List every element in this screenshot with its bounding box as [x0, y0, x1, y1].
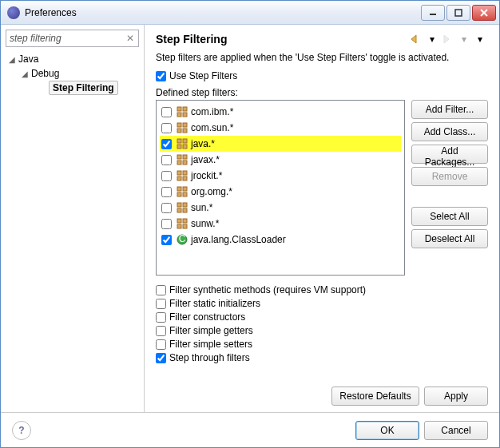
- option-ctors[interactable]: Filter constructors: [156, 311, 488, 323]
- clear-search-icon[interactable]: ✕: [124, 32, 137, 45]
- filter-row[interactable]: org.omg.*: [160, 184, 401, 200]
- option-label: Filter simple getters: [169, 325, 253, 336]
- svg-rect-24: [177, 187, 181, 191]
- deselect-all-button[interactable]: Deselect All: [411, 229, 488, 248]
- svg-rect-27: [183, 192, 187, 196]
- svg-rect-16: [177, 155, 181, 159]
- option-label: Filter synthetic methods (requires VM su…: [169, 284, 366, 295]
- filter-label: javax.*: [191, 154, 220, 165]
- svg-rect-20: [177, 171, 181, 175]
- back-menu-icon[interactable]: ▾: [424, 33, 440, 46]
- expand-icon[interactable]: ◢: [7, 55, 17, 64]
- svg-rect-31: [183, 208, 187, 212]
- svg-rect-28: [177, 203, 181, 207]
- svg-rect-19: [183, 161, 187, 165]
- filter-checkbox[interactable]: [161, 187, 172, 197]
- filter-checkbox[interactable]: [161, 123, 172, 133]
- svg-rect-14: [177, 145, 181, 149]
- svg-rect-8: [177, 123, 181, 127]
- svg-rect-23: [183, 176, 187, 180]
- option-checkbox-through[interactable]: [156, 353, 166, 363]
- package-icon: [177, 170, 188, 181]
- ok-button[interactable]: OK: [355, 421, 419, 440]
- footer: ? OK Cancel: [1, 412, 499, 447]
- filter-checkbox[interactable]: [161, 219, 172, 229]
- svg-rect-11: [183, 129, 187, 133]
- filter-list[interactable]: com.ibm.*com.sun.*java.*javax.*jrockit.*…: [156, 100, 405, 276]
- page-description: Step filters are applied when the 'Use S…: [156, 52, 488, 63]
- cancel-button[interactable]: Cancel: [424, 421, 488, 440]
- filter-search-input[interactable]: [6, 30, 139, 47]
- option-setters[interactable]: Filter simple setters: [156, 339, 488, 350]
- defined-filters-label: Defined step filters:: [156, 87, 488, 98]
- filter-checkbox[interactable]: [161, 203, 172, 213]
- minimize-button[interactable]: [421, 5, 445, 21]
- sidebar: ✕ ◢Java◢DebugStep Filtering: [1, 25, 145, 412]
- option-through[interactable]: Step through filters: [156, 352, 488, 363]
- maximize-button[interactable]: [446, 5, 470, 21]
- option-checkbox-staticinit[interactable]: [156, 299, 166, 309]
- filter-label: java.lang.ClassLoader: [191, 234, 286, 245]
- use-step-filters-label: Use Step Filters: [169, 70, 237, 81]
- option-checkbox-ctors[interactable]: [156, 312, 166, 323]
- svg-rect-34: [177, 224, 181, 228]
- filter-row[interactable]: jrockit.*: [160, 168, 401, 184]
- preferences-tree[interactable]: ◢Java◢DebugStep Filtering: [6, 52, 139, 407]
- extra-options: Filter synthetic methods (requires VM su…: [156, 282, 488, 366]
- filter-label: com.sun.*: [191, 122, 233, 133]
- filter-row[interactable]: Cjava.lang.ClassLoader: [160, 232, 401, 248]
- option-checkbox-setters[interactable]: [156, 339, 166, 350]
- forward-arrow-icon[interactable]: [440, 33, 456, 46]
- svg-rect-22: [177, 176, 181, 180]
- filter-row[interactable]: sun.*: [160, 200, 401, 216]
- tree-item-java[interactable]: ◢Java: [6, 52, 139, 66]
- svg-rect-17: [183, 155, 187, 159]
- filter-checkbox[interactable]: [161, 139, 172, 149]
- filter-row[interactable]: javax.*: [160, 152, 401, 168]
- view-menu-icon[interactable]: ▾: [472, 33, 488, 46]
- titlebar[interactable]: Preferences: [1, 1, 499, 25]
- back-arrow-icon[interactable]: [408, 33, 424, 46]
- filter-row[interactable]: java.*: [160, 136, 401, 152]
- filter-row[interactable]: sunw.*: [160, 216, 401, 232]
- filter-row[interactable]: com.ibm.*: [160, 104, 401, 120]
- svg-rect-32: [177, 219, 181, 223]
- forward-menu-icon[interactable]: ▾: [456, 33, 472, 46]
- option-getters[interactable]: Filter simple getters: [156, 325, 488, 336]
- tree-item-debug[interactable]: ◢Debug: [6, 66, 139, 81]
- option-checkbox-synthetic[interactable]: [156, 285, 166, 295]
- expand-icon[interactable]: ◢: [20, 69, 30, 78]
- filter-checkbox[interactable]: [161, 155, 172, 165]
- option-synthetic[interactable]: Filter synthetic methods (requires VM su…: [156, 284, 488, 295]
- option-staticinit[interactable]: Filter static initializers: [156, 298, 488, 309]
- window-title: Preferences: [25, 7, 77, 18]
- package-icon: [177, 218, 188, 229]
- option-label: Filter static initializers: [169, 298, 260, 309]
- use-step-filters-row[interactable]: Use Step Filters: [156, 70, 488, 81]
- use-step-filters-checkbox[interactable]: [156, 71, 166, 81]
- remove-button[interactable]: Remove: [411, 167, 488, 186]
- option-checkbox-getters[interactable]: [156, 326, 166, 336]
- add-filter-button[interactable]: Add Filter...: [411, 100, 488, 119]
- option-label: Filter constructors: [169, 311, 245, 323]
- filter-label: sun.*: [191, 202, 212, 213]
- select-all-button[interactable]: Select All: [411, 207, 488, 226]
- help-icon[interactable]: ?: [12, 421, 31, 440]
- tree-item-step-filtering[interactable]: Step Filtering: [6, 81, 139, 95]
- filter-label: java.*: [191, 138, 215, 149]
- filter-checkbox[interactable]: [161, 107, 172, 117]
- add-packages-button[interactable]: Add Packages...: [411, 145, 488, 164]
- filter-checkbox[interactable]: [161, 235, 172, 245]
- close-button[interactable]: [472, 5, 496, 21]
- apply-button[interactable]: Apply: [424, 387, 488, 406]
- filter-checkbox[interactable]: [161, 171, 172, 181]
- svg-rect-9: [183, 123, 187, 127]
- tree-item-label: Step Filtering: [49, 81, 118, 95]
- svg-rect-13: [183, 139, 187, 143]
- restore-defaults-button[interactable]: Restore Defaults: [331, 387, 419, 406]
- filter-row[interactable]: com.sun.*: [160, 120, 401, 136]
- option-label: Filter simple setters: [169, 339, 252, 350]
- filter-label: com.ibm.*: [191, 106, 233, 117]
- add-class-button[interactable]: Add Class...: [411, 122, 488, 141]
- svg-rect-7: [183, 113, 187, 117]
